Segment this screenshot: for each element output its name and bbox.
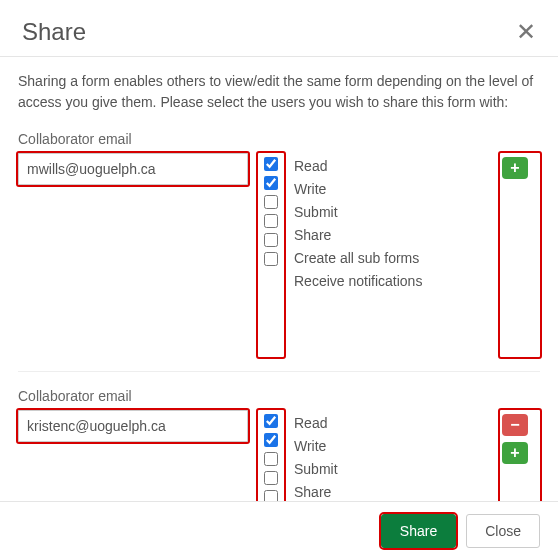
write-checkbox[interactable] (264, 176, 278, 190)
submit-label: Submit (294, 460, 490, 478)
permission-label-column: Read Write Submit Share Create all sub f… (294, 410, 490, 501)
action-column: + (500, 153, 540, 357)
read-label: Read (294, 414, 490, 432)
collaborator-email-input[interactable] (18, 410, 248, 442)
plus-icon: + (510, 160, 519, 176)
dialog-body: Sharing a form enables others to view/ed… (0, 57, 558, 501)
dialog-title: Share (22, 18, 86, 46)
email-column (18, 410, 248, 501)
minus-icon: − (510, 417, 519, 433)
create-sub-checkbox[interactable] (264, 233, 278, 247)
collaborator-email-label: Collaborator email (18, 131, 540, 147)
add-collaborator-button[interactable]: + (502, 157, 528, 179)
receive-notif-label: Receive notifications (294, 272, 490, 290)
submit-checkbox[interactable] (264, 195, 278, 209)
submit-label: Submit (294, 203, 490, 221)
create-sub-label: Create all sub forms (294, 249, 490, 267)
collaborator-email-input[interactable] (18, 153, 248, 185)
permission-label-column: Read Write Submit Share Create all sub f… (294, 153, 490, 357)
permission-checkbox-column (258, 153, 284, 357)
close-button[interactable]: Close (466, 514, 540, 548)
share-checkbox[interactable] (264, 471, 278, 485)
action-column: − + (500, 410, 540, 501)
write-label: Write (294, 437, 490, 455)
read-checkbox[interactable] (264, 157, 278, 171)
share-label: Share (294, 483, 490, 501)
collaborator-row: Read Write Submit Share Create all sub f… (18, 410, 540, 501)
write-label: Write (294, 180, 490, 198)
share-label: Share (294, 226, 490, 244)
read-checkbox[interactable] (264, 414, 278, 428)
close-icon[interactable]: ✕ (516, 20, 536, 44)
read-label: Read (294, 157, 490, 175)
permission-checkbox-column (258, 410, 284, 501)
collaborator-email-label: Collaborator email (18, 388, 540, 404)
share-checkbox[interactable] (264, 214, 278, 228)
add-collaborator-button[interactable]: + (502, 442, 528, 464)
remove-collaborator-button[interactable]: − (502, 414, 528, 436)
plus-icon: + (510, 445, 519, 461)
share-button[interactable]: Share (381, 514, 456, 548)
collaborator-row: Read Write Submit Share Create all sub f… (18, 153, 540, 357)
dialog-header: Share ✕ (0, 0, 558, 56)
email-column (18, 153, 248, 357)
dialog-footer: Share Close (0, 501, 558, 560)
submit-checkbox[interactable] (264, 452, 278, 466)
create-sub-checkbox[interactable] (264, 490, 278, 501)
share-dialog: Share ✕ Sharing a form enables others to… (0, 0, 558, 560)
receive-notif-checkbox[interactable] (264, 252, 278, 266)
write-checkbox[interactable] (264, 433, 278, 447)
collaborator-divider (18, 371, 540, 372)
description-text: Sharing a form enables others to view/ed… (18, 71, 540, 113)
